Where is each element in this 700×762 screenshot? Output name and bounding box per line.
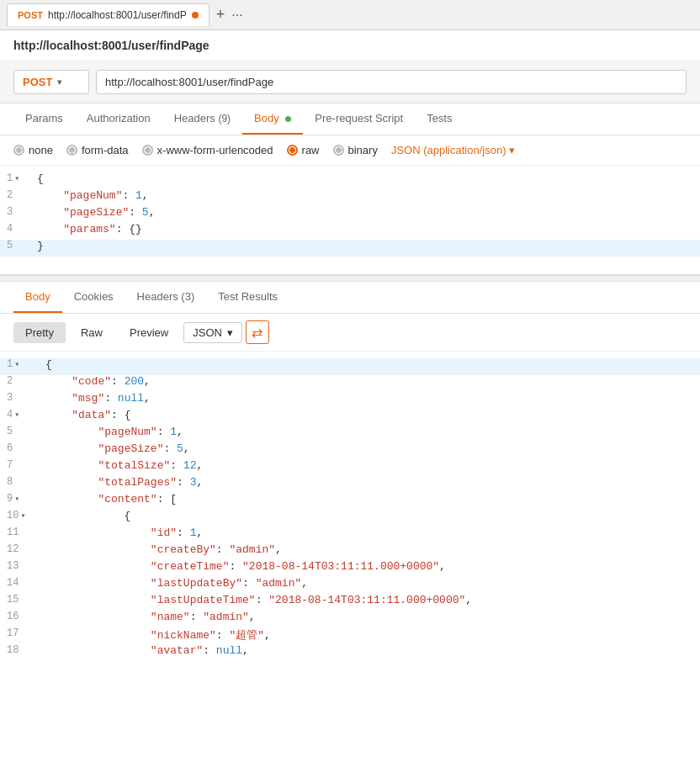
body-type-raw-label: raw — [302, 144, 320, 156]
body-type-raw[interactable]: raw — [287, 144, 320, 156]
resp-line-16: 16 "name": "admin", — [0, 611, 700, 627]
req-linenum-4: 4 — [7, 223, 13, 235]
resp-line-5: 5 "pageNum": 1, — [0, 426, 700, 442]
resp-arrow-1[interactable]: ▾ — [14, 359, 19, 369]
tab-unsaved-dot — [192, 12, 199, 19]
json-format-chevron-icon: ▾ — [509, 144, 515, 156]
resp-arrow-10[interactable]: ▾ — [20, 511, 25, 521]
json-format-dropdown-label: JSON — [193, 326, 222, 339]
page-title-bar: http://localhost:8001/user/findPage — [0, 30, 700, 61]
wrap-toggle-icon[interactable]: ⇄ — [246, 320, 269, 344]
resp-line-15: 15 "lastUpdateTime": "2018-08-14T03:11:1… — [0, 594, 700, 611]
radio-binary-icon — [333, 145, 344, 156]
resp-linenum-1: 1 — [7, 358, 13, 370]
json-format-dropdown-chevron-icon: ▾ — [227, 326, 233, 339]
resp-tab-test-results[interactable]: Test Results — [206, 282, 289, 313]
resp-line-2: 2 "code": 200, — [0, 375, 700, 392]
pretty-button[interactable]: Pretty — [13, 322, 66, 343]
url-input[interactable] — [96, 70, 687, 94]
body-type-none-label: none — [29, 144, 53, 156]
req-line-2: 2 "pageNum": 1, — [0, 189, 700, 206]
resp-line-8: 8 "totalPages": 3, — [0, 476, 700, 493]
json-format-label: JSON (application/json) — [391, 144, 506, 156]
json-format-select[interactable]: JSON (application/json) ▾ — [391, 144, 516, 156]
body-type-binary-label: binary — [348, 144, 378, 156]
resp-line-7: 7 "totalSize": 12, — [0, 459, 700, 476]
resp-line-18: 18 "avatar": null, — [0, 644, 700, 661]
tab-method-label: POST — [18, 10, 43, 20]
resp-tab-headers-label: Headers (3) — [137, 290, 195, 303]
body-type-urlencoded-label: x-www-form-urlencoded — [157, 144, 273, 156]
resp-line-9: 9 ▾ "content": [ — [0, 493, 700, 510]
json-format-dropdown[interactable]: JSON ▾ — [183, 322, 242, 343]
resp-line-17: 17 "nickName": "超管", — [0, 627, 700, 644]
resp-tab-headers[interactable]: Headers (3) — [125, 282, 207, 313]
req-line-4: 4 "params": {} — [0, 223, 700, 240]
tab-authorization-label: Authorization — [87, 112, 151, 124]
body-type-bar: none form-data x-www-form-urlencoded raw… — [0, 135, 700, 166]
tab-pre-request-script[interactable]: Pre-request Script — [303, 103, 415, 135]
resp-line-4: 4 ▾ "data": { — [0, 409, 700, 426]
browser-tab[interactable]: POST http://localhost:8001/user/findP — [7, 3, 209, 26]
body-type-urlencoded[interactable]: x-www-form-urlencoded — [142, 144, 273, 156]
body-type-form-data[interactable]: form-data — [66, 144, 129, 156]
tab-bar: POST http://localhost:8001/user/findP + … — [0, 0, 700, 30]
req-linenum-1: 1 — [7, 172, 13, 184]
tab-tests[interactable]: Tests — [415, 103, 464, 135]
method-chevron-icon: ▾ — [57, 77, 61, 87]
radio-urlencoded-icon — [142, 145, 153, 156]
resp-arrow-4[interactable]: ▾ — [14, 410, 19, 420]
resp-line-6: 6 "pageSize": 5, — [0, 442, 700, 459]
body-type-form-data-label: form-data — [82, 144, 129, 156]
tab-pre-request-label: Pre-request Script — [315, 112, 403, 124]
resp-tab-test-results-label: Test Results — [218, 290, 278, 303]
resp-line-1: 1 ▾ { — [0, 358, 700, 375]
tab-params-label: Params — [25, 112, 63, 124]
resp-line-10: 10 ▾ { — [0, 510, 700, 527]
response-format-bar: Pretty Raw Preview JSON ▾ ⇄ — [0, 314, 700, 352]
tab-tests-label: Tests — [427, 112, 452, 124]
tab-params[interactable]: Params — [13, 103, 75, 135]
section-divider — [0, 275, 700, 282]
req-line-1: 1 ▾ { — [0, 172, 700, 189]
req-linenum-2: 2 — [7, 189, 13, 201]
tab-url-label: http://localhost:8001/user/findP — [48, 9, 187, 21]
resp-tab-cookies-label: Cookies — [74, 290, 114, 303]
tab-headers-label: Headers (9) — [174, 112, 231, 124]
tab-authorization[interactable]: Authorization — [75, 103, 162, 135]
resp-tab-body-label: Body — [25, 290, 50, 303]
req-arrow-1[interactable]: ▾ — [14, 173, 19, 183]
raw-button[interactable]: Raw — [69, 322, 114, 343]
radio-raw-icon — [287, 145, 298, 156]
preview-button[interactable]: Preview — [118, 322, 180, 343]
body-type-none[interactable]: none — [13, 144, 53, 156]
req-linenum-5: 5 — [7, 240, 13, 251]
request-code-editor[interactable]: 1 ▾ { 2 "pageNum": 1, 3 "pageSize": 5, 4… — [0, 166, 700, 275]
body-type-binary[interactable]: binary — [333, 144, 378, 156]
request-tabs: Params Authorization Headers (9) Body Pr… — [0, 103, 700, 135]
radio-none-icon — [13, 145, 24, 156]
req-line-5: 5 } — [0, 240, 700, 257]
page-title: http://localhost:8001/user/findPage — [13, 39, 209, 52]
resp-line-13: 13 "createTime": "2018-08-14T03:11:11.00… — [0, 560, 700, 577]
add-tab-button[interactable]: + — [209, 6, 232, 24]
resp-line-14: 14 "lastUpdateBy": "admin", — [0, 577, 700, 594]
resp-line-3: 3 "msg": null, — [0, 392, 700, 409]
response-tabs: Body Cookies Headers (3) Test Results — [0, 282, 700, 314]
resp-tab-body[interactable]: Body — [13, 282, 62, 313]
resp-tab-cookies[interactable]: Cookies — [62, 282, 125, 313]
resp-line-12: 12 "createBy": "admin", — [0, 543, 700, 560]
tab-body[interactable]: Body — [242, 103, 303, 135]
tab-headers[interactable]: Headers (9) — [162, 103, 242, 135]
response-code-area: 1 ▾ { 2 "code": 200, 3 "msg": null, 4 ▾ … — [0, 352, 700, 668]
req-line-3: 3 "pageSize": 5, — [0, 206, 700, 223]
req-linenum-3: 3 — [7, 206, 13, 218]
method-label: POST — [23, 76, 52, 88]
resp-line-11: 11 "id": 1, — [0, 527, 700, 543]
more-options-icon[interactable]: ··· — [231, 8, 242, 23]
resp-arrow-9[interactable]: ▾ — [14, 494, 19, 504]
request-bar: POST ▾ — [0, 61, 700, 103]
method-select[interactable]: POST ▾ — [13, 70, 89, 94]
tab-body-label: Body — [254, 112, 291, 124]
radio-form-data-icon — [66, 145, 77, 156]
